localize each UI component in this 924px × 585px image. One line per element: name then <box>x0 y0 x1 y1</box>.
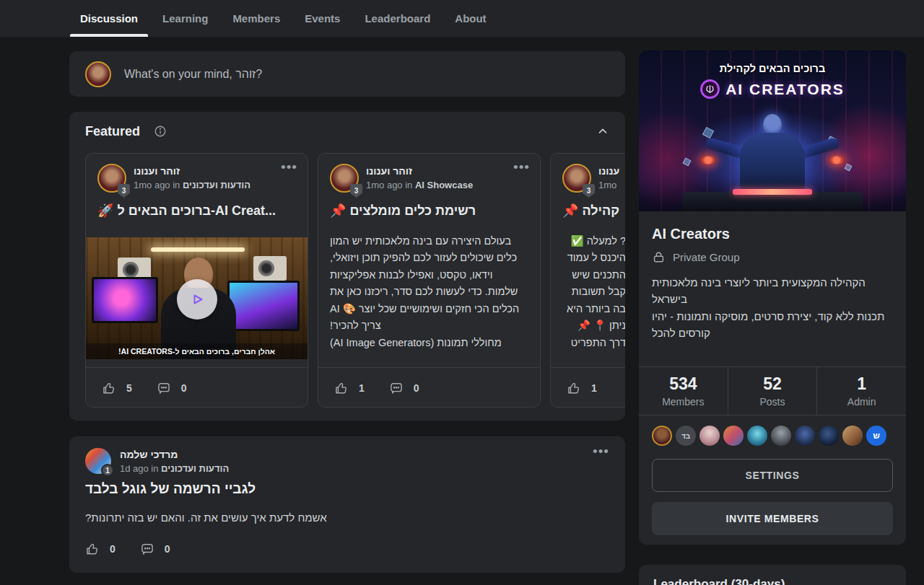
member-avatar[interactable]: ש <box>866 426 886 446</box>
post-footer: 5 0 <box>86 367 308 408</box>
member-avatar[interactable] <box>747 426 767 446</box>
video-caption: אהלן חברים, ברוכים הבאים ל-AI CREATORS! <box>118 347 275 356</box>
post-title[interactable]: 📌 רשימת כלים מומלצים <box>330 203 533 219</box>
tab-discussion[interactable]: Discussion <box>70 0 148 37</box>
privacy-row: Private Group <box>652 250 740 264</box>
post-meta: 1d ago in הודעות ועדכונים <box>120 463 229 474</box>
post-meta: 1mo ago in הודעות ועדכונים <box>134 180 250 190</box>
comment-count: 0 <box>181 382 187 394</box>
post-footer: 1 0 <box>318 367 540 408</box>
feed-post[interactable]: 1 מרדכי שלמה 1d ago in הודעות ועדכונים •… <box>69 436 625 573</box>
member-avatar[interactable] <box>723 426 744 446</box>
post-body: אשמח לדעת איך עושים את זה. והאם יש בזה י… <box>85 511 327 524</box>
comment-count: 0 <box>414 382 419 394</box>
author-name[interactable]: ענונו <box>598 165 619 177</box>
banner-logo-row: AI CREATORS <box>639 79 906 99</box>
play-button[interactable] <box>177 279 217 320</box>
like-count: 1 <box>359 382 365 394</box>
info-icon[interactable] <box>154 125 167 138</box>
post-body: ✅ למעלה ? היכנס ל עמוד התכנים שיש קבל תש… <box>560 233 625 351</box>
level-badge: 1 <box>101 464 114 477</box>
stat-admins[interactable]: 1Admin <box>816 367 906 415</box>
like-icon[interactable] <box>334 381 349 395</box>
author-name[interactable]: מרדכי שלמה <box>120 449 178 460</box>
post-composer[interactable]: What's on your mind, זוהר? <box>69 51 625 97</box>
post-footer: 0 0 <box>85 542 185 556</box>
invite-members-button[interactable]: INVITE MEMBERS <box>652 502 893 535</box>
member-avatar[interactable]: בד <box>676 426 696 446</box>
member-avatar[interactable] <box>795 426 815 446</box>
more-options-icon[interactable]: ••• <box>513 159 530 175</box>
post-title[interactable]: לגביי הרשמה של גוגל בלבד <box>85 481 256 497</box>
comment-icon[interactable] <box>140 542 154 556</box>
category-link[interactable]: הודעות ועדכונים <box>161 463 229 474</box>
like-count: 5 <box>126 382 132 394</box>
author-name[interactable]: זוהר וענונו <box>366 165 412 177</box>
member-avatar[interactable] <box>842 426 863 446</box>
category-link[interactable]: AI Showcase <box>415 180 473 190</box>
chevron-up-icon[interactable] <box>596 125 609 138</box>
comment-icon[interactable] <box>157 381 171 395</box>
tab-events[interactable]: Events <box>295 0 350 37</box>
stat-posts[interactable]: 52Posts <box>728 367 817 415</box>
featured-header: Featured <box>69 112 625 153</box>
composer-placeholder: What's on your mind, זוהר? <box>124 68 262 81</box>
comment-count: 0 <box>165 543 170 555</box>
group-name: AI Creators <box>652 226 730 242</box>
member-avatars: בד ש <box>652 426 886 446</box>
group-stats: 534Members 52Posts 1Admin <box>639 367 906 415</box>
member-avatar[interactable] <box>652 426 672 446</box>
like-icon[interactable] <box>567 381 581 395</box>
post-body: בעולם היצירה עם בינה מלאכותית יש המון כל… <box>330 233 528 351</box>
tab-members[interactable]: Members <box>222 0 290 37</box>
leaderboard-title: Leaderboard (30-days) <box>653 577 785 585</box>
tab-leaderboard[interactable]: Leaderboard <box>354 0 440 37</box>
group-info-card: ברוכים הבאים לקהילת AI CREATORS AI Creat… <box>639 50 906 545</box>
settings-button[interactable]: SETTINGS <box>652 459 893 492</box>
like-icon[interactable] <box>85 542 100 556</box>
level-badge: 3 <box>350 184 362 198</box>
avatar <box>85 61 111 87</box>
level-badge: 3 <box>583 184 595 198</box>
video-caption-bar: אהלן חברים, ברוכים הבאים ל-AI CREATORS! <box>86 343 308 359</box>
post-meta: 1mo <box>598 180 616 190</box>
author-name[interactable]: זוהר וענונו <box>134 165 180 177</box>
post-footer: 1 <box>551 367 625 408</box>
tab-about[interactable]: About <box>445 0 496 37</box>
banner-welcome-text: ברוכים הבאים לקהילת <box>639 63 906 74</box>
featured-card-community[interactable]: 3 ענונו 1mo 📌 קהילה ✅ למעלה ? היכנס ל עמ… <box>550 153 625 408</box>
like-count: 0 <box>110 543 116 555</box>
banner-group-name: AI CREATORS <box>725 81 845 98</box>
group-banner-image: ברוכים הבאים לקהילת AI CREATORS <box>639 50 906 211</box>
more-options-icon[interactable]: ••• <box>593 444 609 459</box>
group-description: הקהילה המקצועית ביותר ליוצרי בינה מלאכות… <box>652 274 893 341</box>
member-avatar[interactable] <box>819 426 839 446</box>
featured-card-tools[interactable]: 3 זוהר וענונו 1mo ago in AI Showcase •••… <box>318 153 541 408</box>
post-meta: 1mo ago in AI Showcase <box>366 180 473 190</box>
top-nav: Discussion Learning Members Events Leade… <box>0 0 924 37</box>
like-count: 1 <box>591 382 597 394</box>
comment-icon[interactable] <box>389 381 404 395</box>
privacy-label: Private Group <box>673 251 740 263</box>
like-icon[interactable] <box>102 381 116 395</box>
member-avatar[interactable] <box>771 426 791 446</box>
tab-learning[interactable]: Learning <box>152 0 218 37</box>
lock-icon <box>652 250 666 264</box>
level-badge: 3 <box>118 184 130 198</box>
post-title[interactable]: 🚀 ברוכים הבאים ל-AI Creat... <box>97 203 300 219</box>
more-options-icon[interactable]: ••• <box>281 159 297 175</box>
brain-logo-icon <box>700 79 720 99</box>
leaderboard-card: Leaderboard (30-days) <box>639 565 906 585</box>
post-title[interactable]: 📌 קהילה <box>562 203 625 219</box>
category-link[interactable]: הודעות ועדכונים <box>183 180 250 190</box>
stat-members[interactable]: 534Members <box>639 367 728 415</box>
featured-card-welcome[interactable]: 3 זוהר וענונו 1mo ago in הודעות ועדכונים… <box>85 153 308 408</box>
member-avatar[interactable] <box>699 426 720 446</box>
featured-title: Featured <box>85 124 140 139</box>
featured-section: Featured 3 זוהר וענונו 1mo ago in הודעות… <box>69 112 625 421</box>
video-thumbnail[interactable]: אהלן חברים, ברוכים הבאים ל-AI CREATORS! <box>86 237 308 359</box>
